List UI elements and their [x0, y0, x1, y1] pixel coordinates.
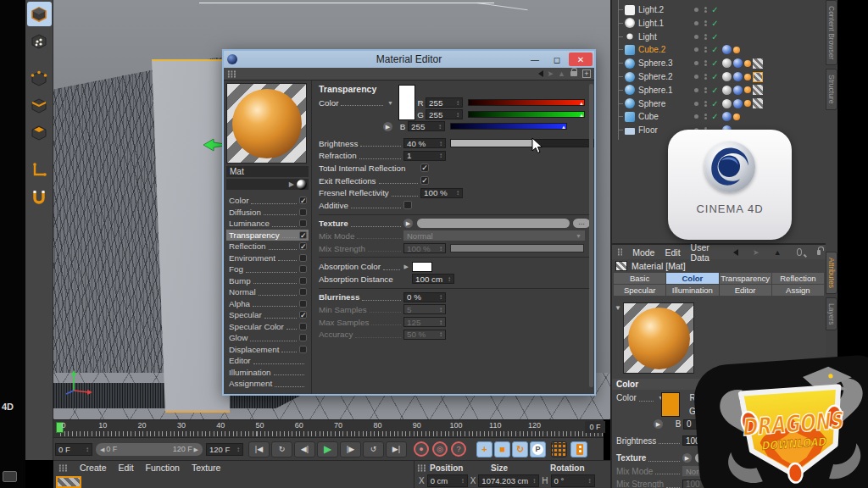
phong-tag-icon[interactable]: [722, 45, 732, 54]
enabled-check[interactable]: ✓: [709, 19, 721, 28]
visibility-dot[interactable]: [691, 8, 701, 12]
tab-assign[interactable]: Assign: [772, 285, 824, 296]
visibility-dot[interactable]: [691, 88, 701, 92]
mix-strength-field[interactable]: 100 %↕: [403, 243, 446, 253]
polygons-mode-button[interactable]: [27, 120, 52, 145]
mat-orange-tag-icon[interactable]: [733, 114, 740, 120]
white-sphere-tag-icon[interactable]: [722, 58, 732, 68]
play-loop-back-button[interactable]: ↻: [271, 441, 292, 458]
object-row-cube-2[interactable]: Cube.2✓: [612, 43, 826, 56]
channel-item-specular[interactable]: Specular: [226, 309, 309, 321]
object-name[interactable]: Light.2: [638, 5, 691, 14]
fresnel-field[interactable]: 100 %↕: [420, 188, 463, 198]
channel-item-glow[interactable]: Glow: [226, 332, 309, 344]
panel-grip-icon[interactable]: [617, 248, 622, 256]
move-keys-button[interactable]: +: [476, 441, 492, 458]
phong-tag-icon[interactable]: [733, 58, 743, 68]
visibility-dot[interactable]: [691, 35, 701, 39]
texture-browse-button[interactable]: ...: [573, 219, 590, 228]
phong-tag-icon[interactable]: [733, 72, 743, 81]
scale-keys-button[interactable]: ■: [494, 441, 510, 458]
editor-render-dots[interactable]: [701, 114, 709, 119]
mix-mode-dropdown[interactable]: Normal▼: [403, 230, 585, 241]
go-to-end-button[interactable]: ▶|: [386, 441, 407, 458]
editor-render-dots[interactable]: [701, 74, 709, 80]
material-editor-titlebar[interactable]: Material Editor — ◻ ✕: [224, 51, 594, 68]
new-panel-icon[interactable]: +: [582, 69, 591, 78]
timeline-ruler[interactable]: 0102030405060708090100110120: [53, 419, 604, 437]
history-forward-icon[interactable]: ➤: [753, 248, 760, 257]
absorption-distance-field[interactable]: 100 cm↕: [412, 274, 454, 284]
editor-render-dots[interactable]: [701, 34, 709, 40]
accuracy-field[interactable]: 50 %↕: [403, 330, 446, 340]
enabled-check[interactable]: ✓: [709, 45, 721, 54]
menu-create[interactable]: Create: [80, 463, 107, 473]
previous-frame-button[interactable]: ◀|: [294, 441, 315, 458]
max-samples-field[interactable]: 125↕: [403, 317, 446, 327]
texture-expand-button[interactable]: ▶: [403, 219, 413, 228]
spinner-icon[interactable]: ▶: [289, 180, 294, 188]
channel-checkbox[interactable]: [299, 231, 307, 239]
tab-basic[interactable]: Basic: [614, 273, 665, 284]
current-frame-field[interactable]: 0 F↕: [55, 443, 92, 456]
preview-range-slider[interactable]: ◀ 0 F 120 F ▶: [96, 443, 203, 456]
channel-checkbox[interactable]: [299, 346, 307, 353]
visibility-dot[interactable]: [691, 75, 701, 79]
channel-checkbox[interactable]: [299, 277, 307, 285]
menu-function[interactable]: Function: [146, 463, 180, 473]
object-row-light-2[interactable]: Light.2✓: [612, 3, 826, 16]
object-row-cube[interactable]: Cube✓: [612, 110, 826, 123]
channel-checkbox[interactable]: [299, 219, 307, 227]
texture-tag-icon[interactable]: [753, 58, 763, 69]
material-editor-window[interactable]: Material Editor — ◻ ✕ ➤ ▲ + Mat ▶: [222, 49, 596, 396]
material-preview[interactable]: [226, 83, 307, 164]
blue-slider[interactable]: ▲: [450, 123, 567, 130]
object-name[interactable]: Sphere.2: [638, 72, 691, 81]
axis-mode-button[interactable]: [27, 158, 52, 182]
object-name[interactable]: Light.1: [638, 19, 691, 28]
visibility-dot[interactable]: [691, 102, 701, 106]
color-swatch-orange[interactable]: [661, 392, 680, 417]
tab-illumination[interactable]: Illumination: [666, 285, 718, 296]
channel-item-assignment[interactable]: Assignment: [226, 378, 309, 390]
editor-render-dots[interactable]: [701, 60, 709, 66]
channel-checkbox[interactable]: [299, 208, 307, 216]
editor-render-dots[interactable]: [701, 47, 709, 53]
keyframe-selection-help-button[interactable]: ?: [451, 441, 466, 457]
object-name[interactable]: Sphere.1: [638, 86, 691, 95]
material-name-field[interactable]: Mat: [226, 166, 309, 177]
channel-checkbox[interactable]: [299, 334, 307, 341]
loop-button[interactable]: ↺: [363, 441, 384, 458]
phong-tag-icon[interactable]: [722, 112, 732, 121]
enabled-check[interactable]: ✓: [709, 99, 721, 108]
texture-mode-button[interactable]: [27, 29, 52, 53]
keyframe-dots-button[interactable]: [551, 441, 567, 458]
panel-grip-icon[interactable]: [417, 464, 426, 472]
expand-rgb-button[interactable]: ▶: [383, 122, 392, 131]
r-value-field[interactable]: 255↕: [426, 97, 463, 108]
mat-orange-tag-icon[interactable]: [744, 74, 751, 80]
menu-mode[interactable]: Mode: [632, 247, 654, 258]
vertical-tab-content-browser[interactable]: Content Browser: [826, 0, 837, 65]
rotate-keys-button[interactable]: ↻: [512, 441, 528, 458]
phong-tag-icon[interactable]: [733, 86, 743, 95]
channel-item-bump[interactable]: Bump: [226, 275, 309, 287]
object-name[interactable]: Cube.2: [638, 45, 691, 54]
rotation-h-field[interactable]: 0 °↕: [551, 474, 595, 487]
editor-render-dots[interactable]: [701, 7, 709, 13]
preview-sphere-icon[interactable]: [297, 180, 307, 190]
parameter-keys-button[interactable]: P: [530, 441, 546, 458]
close-button[interactable]: ✕: [569, 53, 593, 66]
enabled-check[interactable]: ✓: [709, 86, 721, 95]
navigate-up-icon[interactable]: ▲: [774, 248, 782, 257]
phong-tag-icon[interactable]: [733, 99, 743, 108]
vertical-tab-layers[interactable]: Layers: [826, 297, 837, 331]
brightness-slider[interactable]: [450, 139, 594, 147]
visibility-dot[interactable]: [691, 47, 701, 52]
white-sphere-tag-icon[interactable]: [722, 99, 732, 108]
vertical-tab-attributes[interactable]: Attributes: [826, 252, 837, 294]
menu-texture[interactable]: Texture: [192, 463, 220, 473]
texture-path-field[interactable]: [417, 219, 570, 228]
channel-checkbox[interactable]: [299, 300, 307, 308]
history-back-icon[interactable]: [733, 249, 738, 256]
